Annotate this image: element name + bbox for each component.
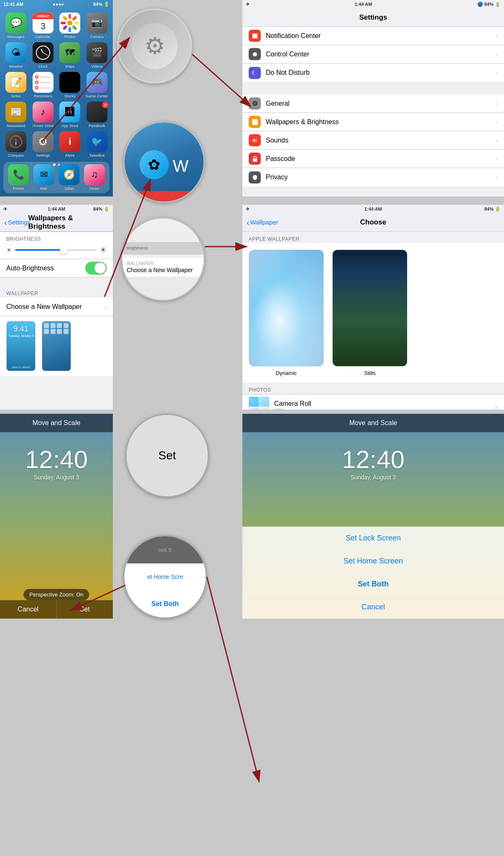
status-bar-choose: ✈ 1:44 AM 84% 🔋 — [242, 205, 504, 213]
brightness-section: BRIGHTNESS ☀ ☀ — [0, 232, 113, 259]
app-weather[interactable]: 🌤 Weather — [4, 42, 28, 69]
perspective-zoom-label: Perspective Zoom: On — [29, 591, 83, 598]
gear-magnifier: ⚙ — [117, 8, 192, 84]
settings-row-general[interactable]: ⚙ General › — [242, 94, 504, 113]
perspective-zoom-bar: Perspective Zoom: On — [23, 589, 89, 600]
app-itunes[interactable]: ♪ iTunes Store — [31, 102, 55, 128]
settings-row-wallpaper[interactable]: Wallpapers & Brightness › — [242, 113, 504, 131]
settings-row-sounds[interactable]: Sounds › — [242, 131, 504, 150]
notification-label: Notification Center — [266, 32, 491, 40]
dock-phone[interactable]: 📞 Phone — [8, 164, 29, 191]
app-stocks[interactable]: Stocks — [58, 72, 82, 98]
status-bar-wallpaper: ✈ 1:44 AM 84% 🔋 — [0, 205, 113, 213]
sounds-chevron: › — [496, 137, 498, 144]
app-camera[interactable]: 📷 Camera — [85, 13, 109, 39]
wallpaper-section-header: WALLPAPER — [0, 286, 113, 298]
app-newsstand[interactable]: 📰 Newsstand — [4, 102, 28, 128]
app-reminders[interactable]: Reminders — [31, 72, 55, 98]
privacy-icon — [249, 171, 261, 183]
camera-roll-name: Camera Roll — [274, 400, 490, 408]
control-chevron: › — [496, 51, 498, 58]
app-notes[interactable]: 📝 Notes — [4, 72, 28, 98]
svg-rect-13 — [252, 33, 257, 38]
set-lock-screen-button[interactable]: Set Lock Screen — [242, 527, 504, 550]
set-lockscreen-time: 12:40 Sunday, August 3 — [242, 435, 504, 481]
wallpaper-label: Wallpapers & Brightness — [266, 118, 491, 126]
lockscreen-panel: Move and Scale 12:40 Sunday, August 3 Pe… — [0, 414, 113, 619]
dynamic-option[interactable]: Dynamic — [249, 250, 324, 376]
notification-chevron: › — [496, 33, 498, 39]
app-gamecenter[interactable]: 🎮 Game Center — [85, 72, 109, 98]
mag-both: Set Both — [125, 590, 206, 617]
camera-roll-row[interactable]: Camera Roll 233 › — [242, 394, 504, 410]
back-to-settings[interactable]: ‹ Settings — [4, 218, 31, 227]
brightness-high-icon: ☀ — [100, 245, 107, 255]
set-options-cancel-button[interactable]: Cancel — [242, 596, 504, 619]
auto-brightness-row: Auto-Brightness — [0, 259, 113, 278]
privacy-label: Privacy — [266, 173, 491, 181]
control-label: Control Center — [266, 51, 491, 58]
dynamic-label: Dynamic — [276, 370, 297, 376]
back-to-wallpaper[interactable]: ‹ Wallpaper — [247, 218, 278, 227]
app-compass[interactable]: Compass — [4, 131, 28, 158]
app-calendar[interactable]: SUNDAY 3 Calendar — [31, 13, 55, 39]
auto-brightness-label: Auto-Brightness — [6, 265, 85, 272]
settings-row-control[interactable]: Control Center › — [242, 45, 504, 64]
wallpaper-magnifier: ✿ W — [123, 121, 205, 203]
passcode-chevron: › — [496, 155, 498, 162]
settings-row-passcode[interactable]: Passcode › — [242, 150, 504, 168]
stills-option[interactable]: Stills — [332, 250, 407, 376]
app-videos[interactable]: 🎬 Videos — [85, 42, 109, 69]
svg-marker-11 — [15, 137, 17, 142]
choose-wallpaper-chevron: › — [104, 303, 107, 310]
app-imore[interactable]: i iMore — [58, 131, 82, 158]
brightness-slider[interactable] — [15, 249, 97, 251]
app-tweetbot[interactable]: 🐦 Tweetbot — [85, 131, 109, 158]
settings-group-2: ⚙ General › Wallpapers & Brightness › So… — [242, 94, 504, 186]
status-signal: ●●●● — [53, 2, 64, 7]
photos-section-header: PHOTOS — [242, 382, 504, 394]
dock-mail[interactable]: ✉ Mail — [33, 164, 54, 191]
settings-row-donotdisturb[interactable]: Do Not Disturb › — [242, 64, 504, 82]
settings-panel: ✈ 1:44 AM 🔵 84% 🔋 Settings Notification … — [242, 0, 504, 196]
app-clock[interactable]: Clock — [31, 42, 55, 69]
settings-row-notification[interactable]: Notification Center › — [242, 27, 504, 45]
wallpaper-nav-bar: ‹ Settings Wallpapers & Brightness — [0, 213, 113, 232]
choose-nav-bar: ‹ Wallpaper Choose — [242, 213, 504, 232]
svg-rect-4 — [74, 22, 79, 24]
set-button-text: Set — [158, 449, 176, 462]
lockscreen-time-display: 12:40 Sunday, August 3 — [0, 435, 113, 481]
dock-music[interactable]: ♫ Music — [84, 164, 105, 191]
wallpaper-previews: 9:41 Tuesday, January 9 slide to unlock — [0, 316, 113, 376]
lockscreen-set-button[interactable]: Set — [57, 600, 113, 619]
status-airplane: ✈ — [246, 2, 249, 7]
set-button-magnifier: Set — [125, 414, 209, 497]
choose-title: Choose — [360, 218, 386, 227]
wallpaper-mag-red-bar — [125, 191, 204, 201]
svg-rect-8 — [61, 22, 66, 24]
lockscreen-preview[interactable]: 9:41 Tuesday, January 9 slide to unlock — [6, 321, 36, 371]
app-messages[interactable]: 💬 Messages — [4, 13, 28, 39]
settings-row-privacy[interactable]: Privacy › — [242, 168, 504, 186]
app-photos[interactable]: Photos — [58, 13, 82, 39]
mag-home: et Home Scre — [125, 563, 206, 591]
choose-wallpaper-row[interactable]: Choose a New Wallpaper › — [0, 298, 113, 316]
svg-rect-6 — [69, 27, 71, 32]
app-passbook[interactable]: 2 Passbook — [85, 102, 109, 128]
dock-safari[interactable]: 🧭 Safari — [59, 164, 79, 191]
status-battery: 84% 🔋 — [93, 2, 109, 7]
auto-brightness-toggle[interactable] — [85, 262, 107, 275]
donotdisturb-label: Do Not Disturb — [266, 69, 491, 76]
general-icon: ⚙ — [249, 97, 261, 110]
set-home-screen-button[interactable]: Set Home Screen — [242, 550, 504, 573]
app-settings[interactable]: ⚙ Settings — [31, 131, 55, 158]
status-time: 12:41 AM — [3, 2, 23, 7]
set-both-button[interactable]: Set Both — [242, 573, 504, 596]
lockscreen-cancel-button[interactable]: Cancel — [0, 600, 57, 619]
brightness-slider-row: ☀ ☀ — [6, 245, 107, 255]
app-appstore[interactable]: 🅰 App Store — [58, 102, 82, 128]
homescreen-preview[interactable] — [42, 321, 71, 371]
app-maps[interactable]: 🗺 Maps — [58, 42, 82, 69]
settings-separator-1 — [242, 82, 504, 94]
choose-wallpaper-text: Choose a New Wallpaper — [127, 267, 199, 273]
